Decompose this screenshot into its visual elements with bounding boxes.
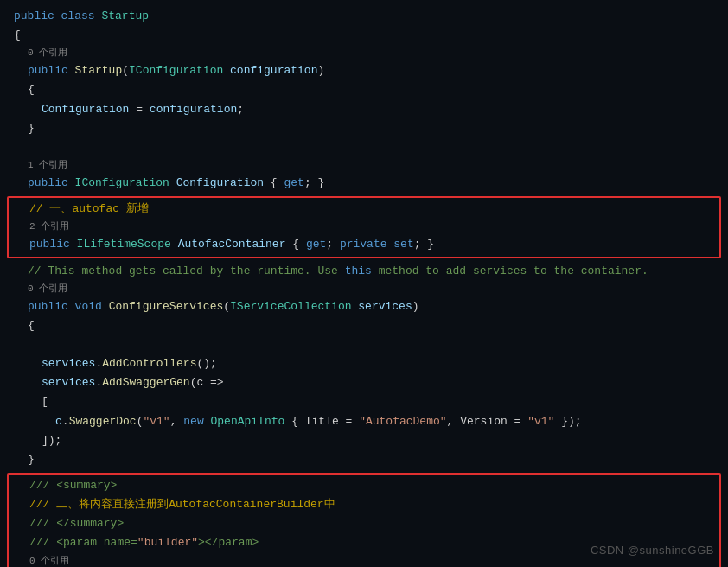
box1-comment: // 一、autofac 新增 [16, 200, 712, 219]
box1-autofac-prop: public ILifetimeScope AutofacContainer {… [16, 235, 712, 254]
line-config-assign: Configuration = configuration; [0, 100, 728, 119]
line-iconfiguration-prop: public IConfiguration Configuration { ge… [0, 174, 728, 193]
highlight-box-1: // 一、autofac 新增 2 个引用 public ILifetimeSc… [7, 196, 721, 258]
watermark: CSDN @sunshineGGB [591, 544, 714, 557]
line-ctor-close: } [0, 119, 728, 138]
line-add-swagger: services.AddSwaggerGen(c => [0, 373, 728, 392]
box2-summary-open: /// <summary> [16, 476, 712, 495]
box1-ref-count: 2 个引用 [16, 219, 712, 235]
line-swagger-end: ]); [0, 431, 728, 450]
line-empty-1 [0, 138, 728, 157]
line-ref-count-0: 0 个引用 [0, 45, 728, 61]
line-this-comment: // This method gets called by the runtim… [0, 262, 728, 281]
line-ref-count-0b: 0 个引用 [0, 281, 728, 297]
line-empty-2 [0, 335, 728, 354]
line-cs-close: } [0, 450, 728, 469]
line-add-controllers: services.AddControllers(); [0, 354, 728, 373]
line-configure-services: public void ConfigureServices(IServiceCo… [0, 297, 728, 316]
code-editor: public class Startup { 0 个引用 public Star… [0, 0, 728, 567]
line-open-brace: { [0, 26, 728, 45]
box2-summary-close: /// </summary> [16, 514, 712, 533]
line-ref-count-1: 1 个引用 [0, 157, 728, 174]
line-cs-open: { [0, 316, 728, 335]
line-class-declaration: public class Startup [0, 7, 728, 26]
line-swagger-bracket: [ [0, 392, 728, 411]
line-constructor-sig: public Startup(IConfiguration configurat… [0, 61, 728, 80]
line-ctor-open: { [0, 80, 728, 99]
line-swagger-doc: c.SwaggerDoc("v1", new OpenApiInfo { Tit… [0, 412, 728, 431]
box2-comment-cn: /// 二、将内容直接注册到AutofacContainerBuilder中 [16, 495, 712, 514]
